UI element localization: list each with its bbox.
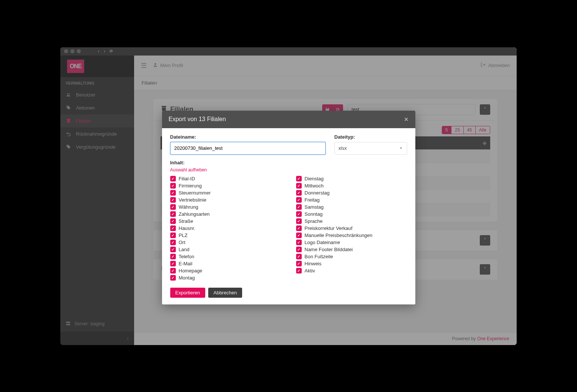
modal-title: Export von 13 Filialen [169,116,226,123]
deselect-all-link[interactable]: Auswahl aufheben [170,167,207,173]
field-checkbox[interactable]: ✓Sprache [296,218,407,224]
checkbox-icon: ✓ [170,204,176,210]
checkbox-icon: ✓ [170,176,176,181]
field-checkbox[interactable]: ✓Hausnr. [170,225,281,231]
field-checkbox[interactable]: ✓Manuelle Preisbeschränkungen [296,232,407,238]
field-checkbox[interactable]: ✓Samstag [296,204,407,210]
checkbox-label: Sonntag [305,211,323,217]
checkbox-icon: ✓ [170,225,176,231]
checkbox-label: Firmierung [179,183,202,189]
nav-forward-icon[interactable]: › [104,49,105,54]
content-label: Inhalt: [170,160,407,165]
field-checkbox[interactable]: ✓Land [170,246,281,253]
checkbox-icon: ✓ [296,254,302,259]
checkbox-label: Aktiv [305,268,315,274]
checkbox-icon: ✓ [170,240,176,245]
checkbox-label: E-Mail [179,261,193,266]
field-checkbox[interactable]: ✓Firmierung [170,183,281,189]
checkbox-icon: ✓ [170,211,176,217]
window-titlebar: ‹ › ⟳ [60,47,517,56]
field-checkbox[interactable]: ✓Vertriebslinie [170,197,281,203]
checkbox-label: Donnerstag [305,190,330,196]
filetype-label: Dateityp: [335,134,407,140]
field-checkbox[interactable]: ✓Freitag [296,197,407,203]
checkbox-icon: ✓ [296,204,302,210]
field-checkbox[interactable]: ✓Homepage [170,268,281,274]
field-checkbox[interactable]: ✓Hinweis [296,260,407,267]
modal-close-button[interactable]: × [404,115,409,124]
window-close-icon[interactable] [64,49,68,53]
export-confirm-button[interactable]: Exportieren [170,288,205,298]
checkbox-icon: ✓ [296,197,302,203]
checkbox-label: Preiskorrektur Verkauf [305,225,353,231]
field-checkbox[interactable]: ✓Bon Fußzeile [296,253,407,260]
field-checkbox[interactable]: ✓Name Footer Bilddatei [296,246,407,253]
checkbox-icon: ✓ [170,183,176,189]
checkbox-icon: ✓ [296,225,302,231]
field-checkbox[interactable]: ✓E-Mail [170,260,281,267]
checkbox-icon: ✓ [296,247,302,252]
checkbox-icon: ✓ [170,261,176,266]
field-checkbox[interactable]: ✓Logo Dateiname [296,239,407,246]
checkbox-label: Telefon [179,254,194,259]
checkbox-label: Dienstag [305,176,324,181]
field-checkbox[interactable]: ✓Donnerstag [296,190,407,196]
filetype-select[interactable]: xlsx ▼ [335,142,407,155]
checkbox-label: Steuernummer [179,190,211,196]
checkbox-label: Freitag [305,197,320,203]
cancel-button[interactable]: Abbrechen [208,288,242,298]
checkbox-label: PLZ [179,233,188,238]
checkbox-icon: ✓ [296,218,302,224]
checkbox-label: Ort [179,240,186,245]
field-checkbox[interactable]: ✓Mittwoch [296,183,407,189]
checkbox-icon: ✓ [296,268,302,274]
checkbox-icon: ✓ [296,190,302,196]
checkbox-label: Sprache [305,218,323,224]
checkbox-icon: ✓ [170,197,176,203]
checkbox-label: Name Footer Bilddatei [305,247,353,252]
checkbox-icon: ✓ [170,218,176,224]
nav-reload-icon[interactable]: ⟳ [110,49,113,54]
checkbox-label: Mittwoch [305,183,324,189]
field-checkbox[interactable]: ✓Dienstag [296,176,407,182]
field-checkbox[interactable]: ✓Aktiv [296,268,407,274]
checkbox-label: Zahlungsarten [179,211,210,217]
checkbox-icon: ✓ [170,268,176,274]
filename-input[interactable] [170,142,326,155]
field-checkbox[interactable]: ✓Preiskorrektur Verkauf [296,225,407,231]
field-checkbox[interactable]: ✓Straße [170,218,281,224]
chevron-down-icon: ▼ [399,146,403,150]
field-checkbox[interactable]: ✓Steuernummer [170,190,281,196]
checkbox-label: Montag [179,275,195,281]
window-minimize-icon[interactable] [70,49,74,53]
checkbox-label: Vertriebslinie [179,197,206,203]
checkbox-label: Hinweis [305,261,322,266]
checkbox-icon: ✓ [296,176,302,181]
filename-label: Dateiname: [170,134,326,140]
checkbox-label: Homepage [179,268,203,274]
checkbox-icon: ✓ [170,247,176,252]
field-checkbox[interactable]: ✓Filial-ID [170,176,281,182]
field-checkbox[interactable]: ✓PLZ [170,232,281,238]
checkbox-column-right: ✓Dienstag✓Mittwoch✓Donnerstag✓Freitag✓Sa… [296,176,407,281]
checkbox-icon: ✓ [296,233,302,238]
window-maximize-icon[interactable] [77,49,81,53]
app-window: ‹ › ⟳ ONE VERWALTUNG Benutzer Aktionen [60,47,517,345]
checkbox-label: Land [179,247,190,252]
field-checkbox[interactable]: ✓Sonntag [296,211,407,217]
checkbox-label: Hausnr. [179,225,196,231]
checkbox-column-left: ✓Filial-ID✓Firmierung✓Steuernummer✓Vertr… [170,176,281,281]
field-checkbox[interactable]: ✓Währung [170,204,281,210]
field-checkbox[interactable]: ✓Montag [170,275,281,281]
checkbox-icon: ✓ [296,183,302,189]
checkbox-label: Manuelle Preisbeschränkungen [305,233,372,238]
checkbox-icon: ✓ [170,254,176,259]
nav-back-icon[interactable]: ‹ [98,49,99,54]
checkbox-label: Samstag [305,204,324,210]
field-checkbox[interactable]: ✓Zahlungsarten [170,211,281,217]
checkbox-label: Währung [179,204,199,210]
export-modal: Export von 13 Filialen × Dateiname: Date… [162,111,415,304]
field-checkbox[interactable]: ✓Ort [170,239,281,246]
checkbox-icon: ✓ [296,240,302,245]
field-checkbox[interactable]: ✓Telefon [170,253,281,260]
